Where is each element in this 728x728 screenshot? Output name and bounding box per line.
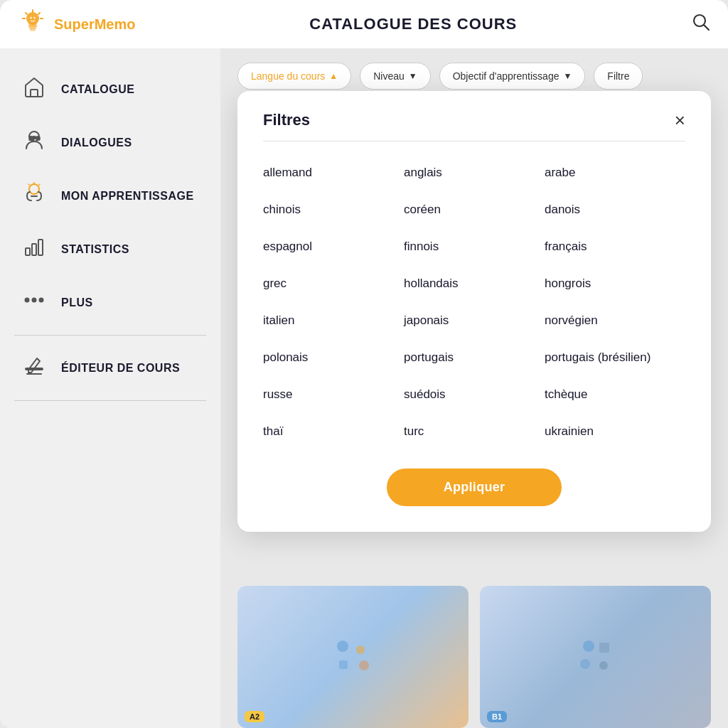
sidebar-item-statistics[interactable]: STATISTICS — [0, 223, 220, 276]
modal-overlay: Filtres × allemandanglaisarabechinoiscor… — [220, 48, 728, 728]
language-grid: allemandanglaisarabechinoiscoréendanoise… — [263, 161, 685, 443]
apply-button[interactable]: Appliquer — [387, 469, 562, 506]
language-item-turc[interactable]: turc — [404, 420, 545, 443]
language-item-ukrainien[interactable]: ukrainien — [545, 420, 685, 443]
search-button[interactable] — [691, 12, 711, 36]
language-item-espagnol[interactable]: espagnol — [263, 235, 404, 258]
sidebar-label-catalogue: CATALOGUE — [61, 83, 134, 96]
rpg-icon: RPG — [21, 129, 47, 156]
modal-close-button[interactable]: × — [675, 111, 685, 129]
language-item-hongrois[interactable]: hongrois — [545, 272, 685, 295]
sidebar-item-dialogues[interactable]: RPG DIALOGUES — [0, 116, 220, 169]
brain-icon — [21, 182, 47, 210]
language-item-portugais-brésilien[interactable]: portugais (brésilien) — [545, 346, 685, 369]
svg-point-8 — [30, 17, 31, 18]
sidebar-label-statistics: STATISTICS — [61, 243, 129, 256]
svg-point-15 — [29, 184, 39, 194]
sidebar: CATALOGUE RPG DIALOGUES MO — [0, 48, 220, 728]
sidebar-label-dialogues: DIALOGUES — [61, 136, 132, 149]
language-item-arabe[interactable]: arabe — [545, 161, 685, 184]
language-item-finnois[interactable]: finnois — [404, 235, 545, 258]
sidebar-item-editeur[interactable]: ÉDITEUR DE COURS — [0, 341, 220, 395]
svg-rect-12 — [31, 90, 38, 97]
svg-point-24 — [33, 299, 36, 302]
language-item-portugais[interactable]: portugais — [404, 346, 545, 369]
sidebar-item-plus[interactable]: PLUS — [0, 276, 220, 329]
language-item-suédois[interactable]: suédois — [404, 383, 545, 406]
sidebar-label-plus: PLUS — [61, 296, 93, 309]
sidebar-divider-1 — [14, 335, 206, 336]
modal-header: Filtres × — [263, 111, 685, 129]
svg-rect-7 — [30, 29, 36, 31]
modal-title: Filtres — [263, 111, 310, 129]
svg-point-25 — [40, 299, 43, 302]
language-item-norvégien[interactable]: norvégien — [545, 309, 685, 332]
svg-point-23 — [26, 299, 29, 302]
svg-rect-20 — [26, 248, 30, 255]
language-item-tchèque[interactable]: tchèque — [545, 383, 685, 406]
home-icon — [21, 75, 47, 103]
logo-icon — [17, 9, 48, 40]
sidebar-label-editeur: ÉDITEUR DE COURS — [61, 362, 180, 375]
language-item-allemand[interactable]: allemand — [263, 161, 404, 184]
svg-line-18 — [28, 184, 29, 185]
bar-chart-icon — [21, 235, 47, 263]
logo-area: SuperMemo — [17, 9, 135, 40]
svg-line-11 — [705, 26, 710, 31]
modal-divider — [263, 141, 685, 141]
svg-point-9 — [33, 17, 35, 18]
language-item-grec[interactable]: grec — [263, 272, 404, 295]
sidebar-item-mon-apprentissage[interactable]: MON APPRENTISSAGE — [0, 169, 220, 223]
language-item-chinois[interactable]: chinois — [263, 198, 404, 221]
language-item-hollandais[interactable]: hollandais — [404, 272, 545, 295]
language-item-russe[interactable]: russe — [263, 383, 404, 406]
svg-point-10 — [694, 15, 705, 26]
language-item-japonais[interactable]: japonais — [404, 309, 545, 332]
sidebar-label-mon-apprentissage: MON APPRENTISSAGE — [61, 190, 194, 203]
language-filter-modal: Filtres × allemandanglaisarabechinoiscor… — [237, 91, 711, 532]
dots-icon — [21, 289, 47, 316]
svg-rect-21 — [32, 244, 36, 255]
language-item-italien[interactable]: italien — [263, 309, 404, 332]
language-item-anglais[interactable]: anglais — [404, 161, 545, 184]
language-item-français[interactable]: français — [545, 235, 685, 258]
language-item-coréen[interactable]: coréen — [404, 198, 545, 221]
svg-text:RPG: RPG — [29, 136, 41, 141]
sidebar-divider-2 — [14, 400, 206, 401]
svg-line-2 — [38, 13, 40, 14]
language-item-polonais[interactable]: polonais — [263, 346, 404, 369]
svg-line-19 — [39, 184, 40, 185]
header: SuperMemo CATALOGUE DES COURS — [0, 0, 728, 48]
language-item-thaï[interactable]: thaï — [263, 420, 404, 443]
edit-icon — [21, 354, 47, 382]
logo-text: SuperMemo — [54, 16, 135, 33]
svg-rect-22 — [38, 240, 43, 255]
svg-line-4 — [26, 13, 27, 14]
language-item-danois[interactable]: danois — [545, 198, 685, 221]
main-area: Langue du cours ▲ Niveau ▼ Objectif d'ap… — [220, 48, 728, 728]
sidebar-item-catalogue[interactable]: CATALOGUE — [0, 63, 220, 116]
svg-rect-6 — [29, 27, 36, 29]
header-title: CATALOGUE DES COURS — [309, 15, 517, 33]
